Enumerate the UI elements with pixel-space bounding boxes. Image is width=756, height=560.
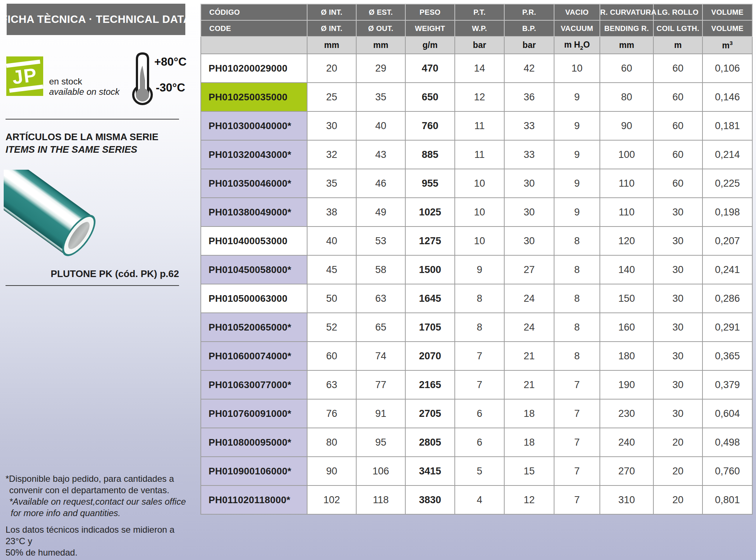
code-cell: PH010250035000 bbox=[201, 83, 307, 111]
value-cell: 77 bbox=[356, 370, 405, 399]
value-cell: 0,365 bbox=[702, 342, 752, 370]
header-cell: B.P. bbox=[504, 20, 554, 37]
value-cell: 160 bbox=[600, 313, 653, 342]
value-cell: 8 bbox=[554, 284, 600, 313]
header-cell: P.T. bbox=[455, 4, 504, 20]
jp-logo-inner: JP bbox=[6, 56, 43, 96]
divider-bottom bbox=[6, 285, 179, 286]
value-cell: 7 bbox=[455, 342, 504, 370]
value-cell: 0,379 bbox=[702, 370, 752, 399]
code-cell: PH010450058000* bbox=[201, 255, 307, 284]
code-cell: PH010350046000* bbox=[201, 169, 307, 198]
value-cell: 20 bbox=[653, 485, 702, 514]
value-cell: 29 bbox=[356, 54, 405, 83]
value-cell: 25 bbox=[307, 83, 356, 111]
units-cell: mm bbox=[307, 37, 356, 54]
value-cell: 60 bbox=[653, 54, 702, 83]
footnote-measure-es-line1: Los datos técnicos indicados se midieron… bbox=[6, 524, 190, 547]
value-cell: 8 bbox=[455, 284, 504, 313]
code-cell: PH010900106000* bbox=[201, 457, 307, 485]
value-cell: 12 bbox=[455, 83, 504, 111]
value-cell: 95 bbox=[356, 428, 405, 457]
value-cell: 0,604 bbox=[702, 399, 752, 428]
units-cell: g/m bbox=[405, 37, 455, 54]
units-cell: m bbox=[653, 37, 702, 54]
value-cell: 1025 bbox=[405, 198, 455, 227]
logo-letters: JP bbox=[11, 66, 38, 87]
value-cell: 10 bbox=[554, 54, 600, 83]
value-cell: 38 bbox=[307, 198, 356, 227]
value-cell: 110 bbox=[600, 198, 653, 227]
header-cell: W.P. bbox=[455, 20, 504, 37]
value-cell: 1705 bbox=[405, 313, 455, 342]
units-cell: bar bbox=[455, 37, 504, 54]
value-cell: 74 bbox=[356, 342, 405, 370]
value-cell: 30 bbox=[653, 227, 702, 255]
code-cell: PH010600074000* bbox=[201, 342, 307, 370]
value-cell: 30 bbox=[653, 342, 702, 370]
code-cell: PH010300040000* bbox=[201, 111, 307, 140]
value-cell: 0,291 bbox=[702, 313, 752, 342]
value-cell: 2070 bbox=[405, 342, 455, 370]
value-cell: 8 bbox=[554, 342, 600, 370]
table-row: PH010450058000*455815009278140300,241 bbox=[201, 255, 752, 284]
hose-image bbox=[4, 170, 118, 269]
value-cell: 2805 bbox=[405, 428, 455, 457]
value-cell: 7 bbox=[554, 485, 600, 514]
value-cell: 30 bbox=[504, 198, 554, 227]
value-cell: 60 bbox=[653, 169, 702, 198]
value-cell: 33 bbox=[504, 111, 554, 140]
value-cell: 40 bbox=[356, 111, 405, 140]
table-row: PH010380049000*3849102510309110300,198 bbox=[201, 198, 752, 227]
header-cell: P.R. bbox=[504, 4, 554, 20]
header-cell: VOLUME bbox=[702, 20, 752, 37]
value-cell: 650 bbox=[405, 83, 455, 111]
value-cell: 18 bbox=[504, 428, 554, 457]
header-cell: VACUUM bbox=[554, 20, 600, 37]
value-cell: 0,198 bbox=[702, 198, 752, 227]
value-cell: 60 bbox=[653, 83, 702, 111]
value-cell: 18 bbox=[504, 399, 554, 428]
value-cell: 2165 bbox=[405, 370, 455, 399]
value-cell: 310 bbox=[600, 485, 653, 514]
temp-max-label: +80°C bbox=[154, 55, 186, 69]
thermometer-icon bbox=[129, 52, 156, 107]
value-cell: 33 bbox=[504, 140, 554, 169]
table-row: PH010500063000506316458248150300,286 bbox=[201, 284, 752, 313]
value-cell: 36 bbox=[504, 83, 554, 111]
value-cell: 0,225 bbox=[702, 169, 752, 198]
value-cell: 955 bbox=[405, 169, 455, 198]
value-cell: 24 bbox=[504, 313, 554, 342]
value-cell: 760 bbox=[405, 111, 455, 140]
units-cell: m3 bbox=[702, 37, 752, 54]
value-cell: 11 bbox=[455, 140, 504, 169]
value-cell: 9 bbox=[554, 169, 600, 198]
datasheet-page: FICHA TÈCNICA · TECHNICAL DATA JP en sto… bbox=[0, 0, 756, 560]
jp-stock-logo: JP bbox=[6, 56, 43, 96]
code-cell: PH010500063000 bbox=[201, 284, 307, 313]
temp-min-label: -30°C bbox=[156, 81, 185, 94]
value-cell: 8 bbox=[455, 313, 504, 342]
value-cell: 10 bbox=[455, 169, 504, 198]
header-cell: Ø INT. bbox=[307, 4, 356, 20]
header-cell: VOLUME bbox=[702, 4, 752, 20]
value-cell: 30 bbox=[653, 284, 702, 313]
series-title-en: ITEMS IN THE SAME SERIES bbox=[6, 144, 137, 155]
value-cell: 20 bbox=[307, 54, 356, 83]
value-cell: 35 bbox=[356, 83, 405, 111]
value-cell: 118 bbox=[356, 485, 405, 514]
value-cell: 45 bbox=[307, 255, 356, 284]
value-cell: 8 bbox=[554, 227, 600, 255]
value-cell: 27 bbox=[504, 255, 554, 284]
value-cell: 110 bbox=[600, 169, 653, 198]
header-cell: LG. ROLLO bbox=[653, 4, 702, 20]
footnotes: *Disponible bajo pedido, para cantidades… bbox=[6, 473, 190, 560]
table-row: PH010520065000*526517058248160300,291 bbox=[201, 313, 752, 342]
value-cell: 76 bbox=[307, 399, 356, 428]
value-cell: 15 bbox=[504, 457, 554, 485]
value-cell: 0,760 bbox=[702, 457, 752, 485]
table-row: PH010200029000202947014421060600,106 bbox=[201, 54, 752, 83]
value-cell: 32 bbox=[307, 140, 356, 169]
code-cell: PH010800095000* bbox=[201, 428, 307, 457]
value-cell: 9 bbox=[455, 255, 504, 284]
